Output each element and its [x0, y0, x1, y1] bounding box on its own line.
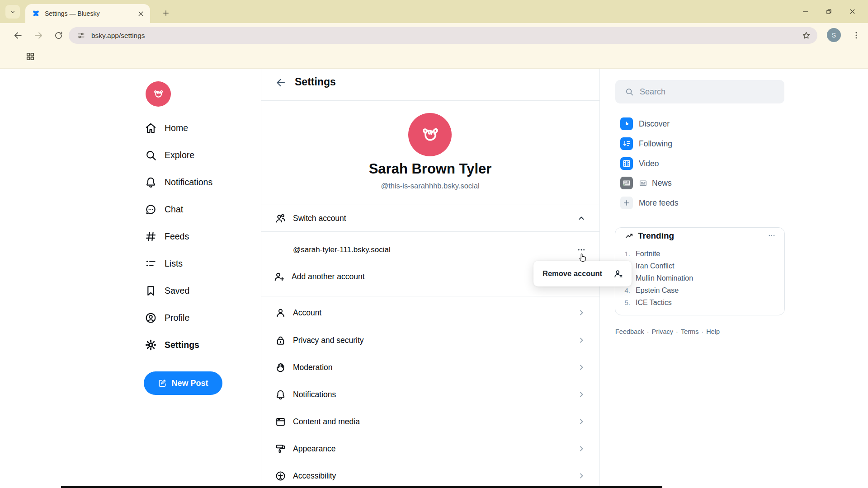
newspaper-icon: [639, 179, 647, 188]
shaka-icon: [151, 87, 165, 101]
trending-item[interactable]: 5. ICE Tactics: [619, 296, 778, 309]
menu-row-privacy[interactable]: Privacy and security: [261, 327, 599, 354]
sidebar-item-explore[interactable]: Explore: [145, 145, 194, 164]
menu-row-notifications[interactable]: Notifications: [261, 381, 599, 408]
chat-icon: [145, 203, 157, 216]
gear-icon: [145, 339, 157, 351]
feed-label: More feeds: [639, 198, 679, 208]
browser-tab[interactable]: Settings — Bluesky: [25, 4, 150, 23]
section-divider: [261, 485, 599, 485]
menu-label: Content and media: [293, 417, 360, 427]
profile-avatar[interactable]: [408, 113, 452, 156]
back-icon[interactable]: [13, 30, 23, 41]
browser-menu-icon[interactable]: [852, 31, 861, 40]
minimize-icon: [802, 8, 809, 15]
trending-label: Epstein Case: [636, 286, 679, 295]
bookmark-icon: [145, 285, 157, 297]
feed-label: Following: [639, 139, 672, 149]
back-arrow-icon[interactable]: [275, 77, 287, 89]
plus-icon: [162, 9, 170, 17]
footer-link-feedback[interactable]: Feedback: [615, 328, 644, 335]
footer-link-terms[interactable]: Terms: [681, 328, 698, 335]
sidebar-item-saved[interactable]: Saved: [145, 281, 189, 300]
footer-link-privacy[interactable]: Privacy: [652, 328, 674, 335]
window-restore-button[interactable]: [818, 5, 839, 18]
shaka-icon: [417, 122, 443, 147]
forward-icon[interactable]: [33, 30, 44, 41]
sidebar-item-label: Saved: [165, 286, 189, 296]
hash-icon: [145, 230, 157, 243]
trending-item[interactable]: 2. Iran Conflict: [619, 260, 778, 272]
close-icon: [849, 8, 856, 15]
window-minimize-button[interactable]: [795, 5, 816, 18]
trending-rank: 1.: [619, 250, 630, 258]
apps-grid-icon[interactable]: [25, 52, 35, 61]
sidebar-item-home[interactable]: Home: [145, 118, 188, 137]
trending-menu-icon[interactable]: [768, 231, 776, 239]
nav-profile-avatar[interactable]: [146, 81, 171, 107]
page-title: Settings: [295, 76, 336, 88]
sidebar-item-chat[interactable]: Chat: [145, 200, 183, 219]
add-account-label: Add another account: [292, 272, 365, 282]
bookmark-star-icon[interactable]: [802, 31, 811, 40]
sidebar-item-settings[interactable]: Settings: [145, 335, 199, 354]
account-row[interactable]: @sarah-tyler-111.bsky.social: [261, 236, 599, 263]
reload-icon[interactable]: [54, 31, 63, 40]
sidebar-item-feeds[interactable]: Feeds: [145, 227, 189, 246]
menu-label: Moderation: [293, 363, 333, 372]
trending-item[interactable]: 3. Mullin Nomination: [619, 272, 778, 284]
remove-account-menu-item[interactable]: Remove account: [533, 261, 632, 286]
header-divider: [261, 100, 599, 101]
sidebar-item-notifications[interactable]: Notifications: [145, 173, 212, 192]
new-tab-button[interactable]: [159, 6, 173, 20]
new-post-button[interactable]: New Post: [144, 371, 222, 395]
sidebar-item-label: Profile: [165, 313, 189, 323]
chevron-up-icon: [577, 214, 586, 223]
bell-icon: [275, 389, 286, 400]
separator-dot: ·: [701, 328, 703, 335]
user-circle-icon: [145, 312, 157, 324]
trending-label: ICE Tactics: [636, 299, 672, 307]
address-bar[interactable]: bsky.app/settings: [69, 27, 817, 44]
menu-row-accessibility[interactable]: Accessibility: [261, 462, 599, 488]
person-x-icon: [613, 269, 623, 279]
menu-row-account[interactable]: Account: [261, 299, 599, 326]
menu-row-content-media[interactable]: Content and media: [261, 408, 599, 435]
remove-account-label: Remove account: [542, 269, 602, 278]
search-input[interactable]: [640, 87, 766, 97]
feed-item-following[interactable]: Following: [620, 136, 672, 152]
menu-row-appearance[interactable]: Appearance: [261, 435, 599, 462]
section-divider: [261, 296, 599, 296]
feed-item-discover[interactable]: Discover: [620, 116, 670, 132]
switch-account-row[interactable]: Switch account: [261, 205, 599, 231]
feed-item-news[interactable]: News: [620, 175, 672, 191]
tab-search-button[interactable]: [5, 5, 20, 19]
trending-rank: 5.: [619, 299, 630, 306]
people-icon: [275, 213, 286, 224]
search-box[interactable]: [615, 80, 784, 103]
menu-label: Appearance: [293, 444, 335, 454]
restore-icon: [825, 8, 833, 15]
feed-item-video[interactable]: Video: [620, 155, 659, 172]
tab-close-icon[interactable]: [137, 10, 145, 18]
accessibility-icon: [275, 470, 286, 482]
menu-row-moderation[interactable]: Moderation: [261, 354, 599, 381]
footer-link-help[interactable]: Help: [706, 328, 720, 335]
site-info-icon[interactable]: [77, 31, 85, 40]
bluesky-favicon-icon: [32, 9, 40, 18]
sidebar-item-profile[interactable]: Profile: [145, 308, 189, 327]
sidebar-item-lists[interactable]: Lists: [145, 254, 183, 273]
tab-title: Settings — Bluesky: [45, 10, 132, 17]
lock-icon: [275, 335, 286, 346]
trending-label: Mullin Nomination: [636, 274, 693, 282]
account-menu-icon[interactable]: [577, 245, 586, 254]
account-handle: @sarah-tyler-111.bsky.social: [293, 245, 391, 254]
feed-item-more-feeds[interactable]: More feeds: [620, 195, 679, 211]
window-close-button[interactable]: [842, 5, 863, 18]
chevron-right-icon: [577, 444, 586, 453]
trending-item[interactable]: 1. Fortnite: [619, 248, 778, 260]
search-icon: [145, 149, 157, 161]
bookmarks-bar: [0, 47, 868, 69]
browser-profile-avatar[interactable]: S: [827, 28, 841, 42]
trending-item[interactable]: 4. Epstein Case: [619, 284, 778, 296]
